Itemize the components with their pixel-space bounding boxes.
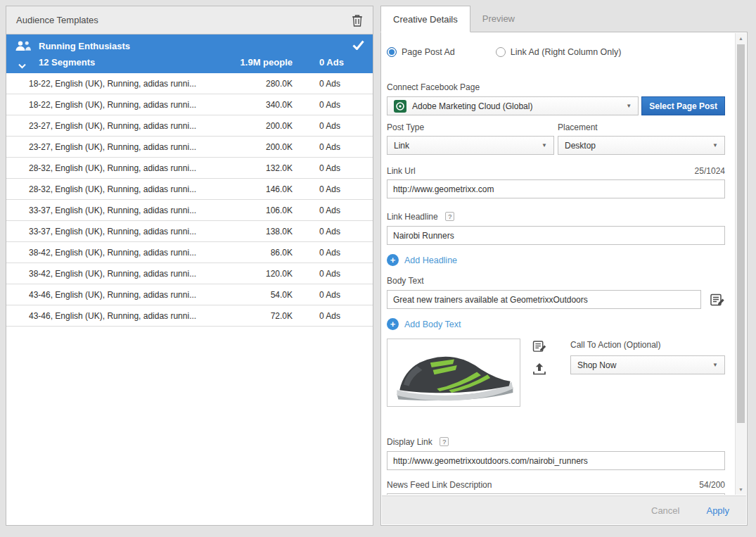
segment-size: 106.0K (236, 206, 293, 215)
segment-label: 43-46, English (UK), Running, adidas run… (29, 311, 236, 321)
segment-row[interactable]: 28-32, English (UK), Running, adidas run… (6, 179, 373, 200)
radio-link-ad-label: Link Ad (Right Column Only) (511, 47, 622, 57)
segment-row[interactable]: 33-37, English (UK), Running, adidas run… (6, 221, 373, 242)
segment-row[interactable]: 33-37, English (UK), Running, adidas run… (6, 200, 373, 221)
trash-icon[interactable] (352, 14, 363, 27)
segment-row[interactable]: 18-22, English (UK), Running, adidas run… (6, 73, 373, 94)
segment-ads: 0 Ads (319, 311, 364, 321)
creative-details-panel: Creative Details Preview Page Post Ad Li… (380, 6, 748, 526)
placement-select[interactable]: Desktop ▼ (558, 136, 725, 155)
placement-select-value: Desktop (565, 141, 596, 151)
tab-preview[interactable]: Preview (470, 6, 527, 32)
segment-size: 146.0K (236, 184, 293, 194)
segment-label: 38-42, English (UK), Running, adidas run… (29, 248, 236, 258)
audience-group-row[interactable]: Running Enthusiasts 12 Segments 1.9M peo… (6, 34, 373, 73)
scrollbar-thumb[interactable] (737, 44, 745, 423)
group-ads-count: 0 Ads (319, 57, 364, 68)
segment-label: 18-22, English (UK), Running, adidas run… (29, 79, 236, 89)
body-text-label: Body Text (387, 276, 725, 286)
display-link-label: Display Link (387, 437, 433, 447)
select-page-post-button[interactable]: Select Page Post (641, 96, 725, 115)
segment-row[interactable]: 18-22, English (UK), Running, adidas run… (6, 94, 373, 115)
call-to-action-select[interactable]: Shop Now ▼ (570, 355, 725, 374)
creative-form: Page Post Ad Link Ad (Right Column Only)… (382, 33, 735, 495)
segment-label: 23-27, English (UK), Running, adidas run… (29, 142, 236, 152)
segment-row[interactable]: 43-46, English (UK), Running, adidas run… (6, 305, 373, 327)
display-link-input[interactable] (387, 451, 725, 470)
segment-row[interactable]: 43-46, English (UK), Running, adidas run… (6, 284, 373, 305)
segment-list: 18-22, English (UK), Running, adidas run… (6, 73, 373, 327)
caret-down-icon: ▼ (536, 142, 547, 149)
tab-creative-details[interactable]: Creative Details (380, 6, 470, 32)
link-url-input[interactable] (387, 179, 725, 198)
call-to-action-block: Call To Action (Optional) Shop Now ▼ (570, 339, 725, 407)
plus-icon: + (387, 318, 399, 330)
cancel-button[interactable]: Cancel (651, 505, 679, 516)
display-link-help-icon[interactable]: ? (440, 437, 449, 446)
post-type-select-value: Link (394, 141, 409, 151)
segment-label: 33-37, English (UK), Running, adidas run… (29, 227, 236, 236)
link-headline-input[interactable] (387, 226, 725, 245)
caret-down-icon: ▼ (707, 362, 718, 368)
facebook-page-select[interactable]: Adobe Marketing Cloud (Global) ▼ (387, 96, 639, 115)
people-icon (15, 41, 31, 54)
add-body-text-link[interactable]: + Add Body Text (387, 318, 725, 330)
tab-bar: Creative Details Preview (380, 6, 748, 32)
check-icon (352, 40, 364, 53)
link-headline-help-icon[interactable]: ? (445, 212, 454, 221)
creative-image-thumbnail[interactable] (387, 339, 520, 407)
caret-down-icon: ▼ (707, 142, 718, 149)
caret-down-icon: ▼ (620, 103, 632, 109)
segment-size: 340.0K (236, 100, 293, 110)
body-text-input[interactable] (387, 290, 701, 309)
call-to-action-select-value: Shop Now (577, 360, 616, 370)
add-headline-link[interactable]: + Add Headline (387, 254, 725, 266)
segment-label: 23-27, English (UK), Running, adidas run… (29, 121, 236, 131)
segment-ads: 0 Ads (319, 100, 364, 110)
segment-row[interactable]: 23-27, English (UK), Running, adidas run… (6, 137, 373, 158)
tab-preview-label: Preview (482, 13, 515, 24)
segment-size: 280.0K (236, 79, 293, 89)
segment-size: 54.0K (236, 290, 293, 300)
audience-templates-panel: Audience Templates (6, 6, 373, 526)
radio-page-post-ad[interactable] (387, 47, 397, 57)
scroll-up-icon[interactable]: ▲ (736, 33, 746, 44)
asset-library-icon[interactable] (710, 293, 725, 306)
segment-row[interactable]: 38-42, English (UK), Running, adidas run… (6, 242, 373, 263)
segment-size: 200.0K (236, 121, 293, 131)
group-people-count: 1.9M people (236, 57, 293, 68)
segment-ads: 0 Ads (319, 142, 364, 152)
segment-size: 200.0K (236, 142, 293, 152)
segment-label: 38-42, English (UK), Running, adidas run… (29, 269, 236, 279)
plus-icon: + (387, 254, 399, 266)
add-headline-label: Add Headline (404, 255, 457, 265)
group-name: Running Enthusiasts (39, 41, 130, 51)
segment-row[interactable]: 23-27, English (UK), Running, adidas run… (6, 115, 373, 137)
running-shoe-image (389, 341, 518, 405)
ad-type-radios: Page Post Ad Link Ad (Right Column Only) (387, 47, 725, 57)
upload-icon[interactable] (532, 362, 549, 375)
audience-panel-title: Audience Templates (16, 15, 98, 25)
chevron-down-icon[interactable] (18, 59, 26, 72)
call-to-action-label: Call To Action (Optional) (570, 340, 725, 350)
segment-label: 43-46, English (UK), Running, adidas run… (29, 290, 236, 300)
apply-button[interactable]: Apply (706, 505, 729, 516)
creative-details-content: Page Post Ad Link Ad (Right Column Only)… (380, 32, 748, 526)
news-feed-description-counter: 54/200 (699, 480, 725, 490)
segment-ads: 0 Ads (319, 121, 364, 131)
scroll-down-icon[interactable]: ▼ (736, 484, 746, 495)
image-asset-library-icon[interactable] (532, 341, 549, 353)
add-body-text-label: Add Body Text (404, 320, 461, 329)
link-url-label: Link Url (387, 166, 416, 176)
link-url-counter: 25/1024 (695, 166, 725, 176)
connect-facebook-page-label: Connect Facebook Page (387, 82, 725, 92)
segment-row[interactable]: 28-32, English (UK), Running, adidas run… (6, 158, 373, 179)
segment-label: 28-32, English (UK), Running, adidas run… (29, 163, 236, 173)
scrollbar[interactable]: ▲ ▼ (735, 33, 746, 495)
segment-ads: 0 Ads (319, 269, 364, 279)
news-feed-description-input[interactable] (387, 493, 725, 495)
panel-footer: Cancel Apply (382, 495, 746, 524)
segment-row[interactable]: 38-42, English (UK), Running, adidas run… (6, 263, 373, 284)
radio-link-ad[interactable] (496, 47, 506, 57)
post-type-select[interactable]: Link ▼ (387, 136, 554, 155)
